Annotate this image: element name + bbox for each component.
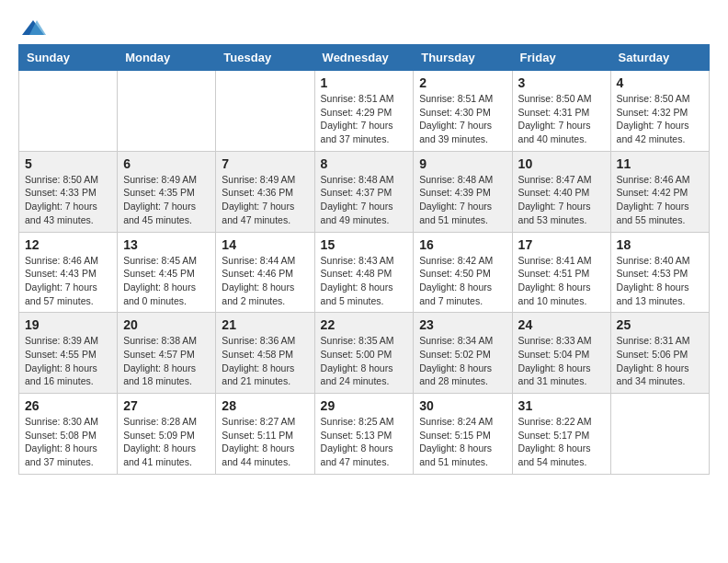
day-info: Sunrise: 8:51 AM Sunset: 4:29 PM Dayligh… [321, 92, 408, 146]
day-info: Sunrise: 8:36 AM Sunset: 4:58 PM Dayligh… [222, 334, 308, 388]
day-cell-23: 23Sunrise: 8:34 AM Sunset: 5:02 PM Dayli… [414, 313, 512, 394]
day-number: 20 [123, 317, 210, 332]
day-number: 29 [321, 398, 408, 413]
header-row: SundayMondayTuesdayWednesdayThursdayFrid… [19, 45, 710, 71]
day-info: Sunrise: 8:46 AM Sunset: 4:43 PM Dayligh… [25, 254, 111, 308]
column-header-tuesday: Tuesday [216, 45, 314, 71]
day-cell-21: 21Sunrise: 8:36 AM Sunset: 4:58 PM Dayli… [216, 313, 314, 394]
day-number: 2 [419, 75, 506, 90]
day-info: Sunrise: 8:31 AM Sunset: 5:06 PM Dayligh… [617, 334, 703, 388]
day-cell-16: 16Sunrise: 8:42 AM Sunset: 4:50 PM Dayli… [414, 232, 512, 313]
empty-cell [19, 71, 118, 152]
page-header [18, 18, 710, 35]
day-number: 28 [222, 398, 308, 413]
day-cell-25: 25Sunrise: 8:31 AM Sunset: 5:06 PM Dayli… [610, 313, 709, 394]
empty-cell [216, 71, 314, 152]
week-row-1: 1Sunrise: 8:51 AM Sunset: 4:29 PM Daylig… [19, 71, 710, 152]
day-info: Sunrise: 8:45 AM Sunset: 4:45 PM Dayligh… [123, 254, 210, 308]
day-info: Sunrise: 8:50 AM Sunset: 4:31 PM Dayligh… [518, 92, 605, 146]
day-cell-22: 22Sunrise: 8:35 AM Sunset: 5:00 PM Dayli… [314, 313, 414, 394]
day-number: 22 [321, 317, 408, 332]
day-number: 11 [617, 156, 703, 171]
day-cell-27: 27Sunrise: 8:28 AM Sunset: 5:09 PM Dayli… [118, 394, 216, 475]
column-header-friday: Friday [512, 45, 610, 71]
day-number: 16 [419, 237, 506, 252]
day-number: 13 [123, 237, 210, 252]
day-cell-2: 2Sunrise: 8:51 AM Sunset: 4:30 PM Daylig… [414, 71, 512, 152]
day-number: 12 [25, 237, 111, 252]
day-cell-18: 18Sunrise: 8:40 AM Sunset: 4:53 PM Dayli… [610, 232, 709, 313]
day-cell-29: 29Sunrise: 8:25 AM Sunset: 5:13 PM Dayli… [314, 394, 414, 475]
day-cell-24: 24Sunrise: 8:33 AM Sunset: 5:04 PM Dayli… [512, 313, 610, 394]
day-cell-17: 17Sunrise: 8:41 AM Sunset: 4:51 PM Dayli… [512, 232, 610, 313]
day-number: 24 [518, 317, 605, 332]
empty-cell [610, 394, 709, 475]
day-number: 7 [222, 156, 308, 171]
day-cell-11: 11Sunrise: 8:46 AM Sunset: 4:42 PM Dayli… [610, 151, 709, 232]
day-info: Sunrise: 8:24 AM Sunset: 5:15 PM Dayligh… [419, 415, 506, 469]
day-info: Sunrise: 8:51 AM Sunset: 4:30 PM Dayligh… [419, 92, 506, 146]
day-number: 27 [123, 398, 210, 413]
day-cell-8: 8Sunrise: 8:48 AM Sunset: 4:37 PM Daylig… [314, 151, 414, 232]
week-row-5: 26Sunrise: 8:30 AM Sunset: 5:08 PM Dayli… [19, 394, 710, 475]
day-info: Sunrise: 8:48 AM Sunset: 4:39 PM Dayligh… [419, 173, 506, 227]
day-info: Sunrise: 8:50 AM Sunset: 4:33 PM Dayligh… [25, 173, 111, 227]
day-number: 19 [25, 317, 111, 332]
logo-icon [20, 18, 46, 39]
day-info: Sunrise: 8:49 AM Sunset: 4:35 PM Dayligh… [123, 173, 210, 227]
week-row-3: 12Sunrise: 8:46 AM Sunset: 4:43 PM Dayli… [19, 232, 710, 313]
day-number: 15 [321, 237, 408, 252]
day-info: Sunrise: 8:49 AM Sunset: 4:36 PM Dayligh… [222, 173, 308, 227]
day-info: Sunrise: 8:30 AM Sunset: 5:08 PM Dayligh… [25, 415, 111, 469]
day-cell-12: 12Sunrise: 8:46 AM Sunset: 4:43 PM Dayli… [19, 232, 118, 313]
day-info: Sunrise: 8:41 AM Sunset: 4:51 PM Dayligh… [518, 254, 605, 308]
day-cell-4: 4Sunrise: 8:50 AM Sunset: 4:32 PM Daylig… [610, 71, 709, 152]
day-number: 17 [518, 237, 605, 252]
day-info: Sunrise: 8:34 AM Sunset: 5:02 PM Dayligh… [419, 334, 506, 388]
calendar-table: SundayMondayTuesdayWednesdayThursdayFrid… [18, 44, 710, 475]
column-header-saturday: Saturday [610, 45, 709, 71]
day-cell-3: 3Sunrise: 8:50 AM Sunset: 4:31 PM Daylig… [512, 71, 610, 152]
day-info: Sunrise: 8:35 AM Sunset: 5:00 PM Dayligh… [321, 334, 408, 388]
day-number: 18 [617, 237, 703, 252]
week-row-4: 19Sunrise: 8:39 AM Sunset: 4:55 PM Dayli… [19, 313, 710, 394]
day-info: Sunrise: 8:43 AM Sunset: 4:48 PM Dayligh… [321, 254, 408, 308]
column-header-wednesday: Wednesday [314, 45, 414, 71]
column-header-thursday: Thursday [414, 45, 512, 71]
day-cell-14: 14Sunrise: 8:44 AM Sunset: 4:46 PM Dayli… [216, 232, 314, 313]
day-info: Sunrise: 8:50 AM Sunset: 4:32 PM Dayligh… [617, 92, 703, 146]
day-number: 30 [419, 398, 506, 413]
day-cell-19: 19Sunrise: 8:39 AM Sunset: 4:55 PM Dayli… [19, 313, 118, 394]
day-number: 8 [321, 156, 408, 171]
day-info: Sunrise: 8:40 AM Sunset: 4:53 PM Dayligh… [617, 254, 703, 308]
day-cell-10: 10Sunrise: 8:47 AM Sunset: 4:40 PM Dayli… [512, 151, 610, 232]
day-number: 21 [222, 317, 308, 332]
day-number: 23 [419, 317, 506, 332]
day-info: Sunrise: 8:38 AM Sunset: 4:57 PM Dayligh… [123, 334, 210, 388]
day-cell-1: 1Sunrise: 8:51 AM Sunset: 4:29 PM Daylig… [314, 71, 414, 152]
day-info: Sunrise: 8:25 AM Sunset: 5:13 PM Dayligh… [321, 415, 408, 469]
logo [18, 18, 46, 35]
day-cell-7: 7Sunrise: 8:49 AM Sunset: 4:36 PM Daylig… [216, 151, 314, 232]
day-number: 10 [518, 156, 605, 171]
day-cell-15: 15Sunrise: 8:43 AM Sunset: 4:48 PM Dayli… [314, 232, 414, 313]
day-cell-6: 6Sunrise: 8:49 AM Sunset: 4:35 PM Daylig… [118, 151, 216, 232]
column-header-sunday: Sunday [19, 45, 118, 71]
day-cell-5: 5Sunrise: 8:50 AM Sunset: 4:33 PM Daylig… [19, 151, 118, 232]
day-number: 31 [518, 398, 605, 413]
day-info: Sunrise: 8:27 AM Sunset: 5:11 PM Dayligh… [222, 415, 308, 469]
day-number: 4 [617, 75, 703, 90]
column-header-monday: Monday [118, 45, 216, 71]
day-info: Sunrise: 8:47 AM Sunset: 4:40 PM Dayligh… [518, 173, 605, 227]
day-number: 26 [25, 398, 111, 413]
day-cell-13: 13Sunrise: 8:45 AM Sunset: 4:45 PM Dayli… [118, 232, 216, 313]
day-cell-30: 30Sunrise: 8:24 AM Sunset: 5:15 PM Dayli… [414, 394, 512, 475]
calendar-header: SundayMondayTuesdayWednesdayThursdayFrid… [19, 45, 710, 71]
day-cell-9: 9Sunrise: 8:48 AM Sunset: 4:39 PM Daylig… [414, 151, 512, 232]
calendar-body: 1Sunrise: 8:51 AM Sunset: 4:29 PM Daylig… [19, 71, 710, 475]
day-number: 25 [617, 317, 703, 332]
day-info: Sunrise: 8:22 AM Sunset: 5:17 PM Dayligh… [518, 415, 605, 469]
day-cell-28: 28Sunrise: 8:27 AM Sunset: 5:11 PM Dayli… [216, 394, 314, 475]
day-number: 5 [25, 156, 111, 171]
day-number: 1 [321, 75, 408, 90]
